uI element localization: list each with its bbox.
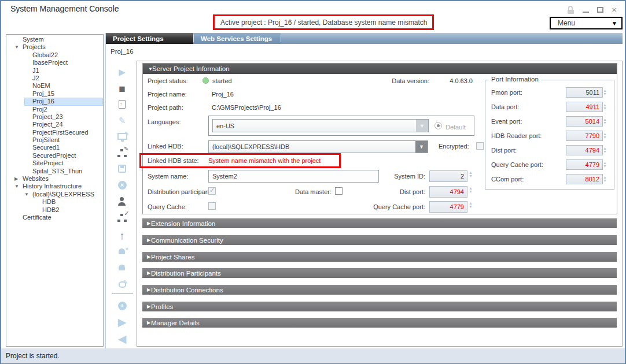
data-master-checkbox[interactable]	[335, 187, 343, 195]
hierarchy-check-icon[interactable]	[115, 210, 130, 224]
tree-expander-icon[interactable]	[24, 75, 32, 82]
tree-expander-icon[interactable]: ▼	[14, 43, 23, 51]
tree-expander-icon[interactable]	[24, 59, 32, 66]
tree-item-ibaseproject[interactable]: IbaseProject	[6, 59, 103, 66]
user-credentials-icon[interactable]	[115, 194, 130, 208]
upgrade-project-icon[interactable]: ↑	[115, 229, 130, 243]
tree-item-projects[interactable]: ▼ Projects	[6, 43, 103, 51]
section-header-distribution-participants[interactable]: ▶ Distribution Participants	[142, 268, 617, 278]
section-header-distribution-connections[interactable]: ▶ Distribution Connections	[142, 285, 617, 295]
tree-expander-icon[interactable]	[24, 90, 32, 98]
tree-expander-icon[interactable]: ▼	[14, 183, 23, 190]
dropdown-arrow-icon[interactable]: ▼	[416, 120, 428, 132]
system-name-input[interactable]: System2	[208, 170, 379, 183]
query-cache-port-input[interactable]: 4779	[429, 201, 467, 213]
delete-project-icon[interactable]: ×	[115, 178, 130, 192]
section-header-profiles[interactable]: ▶ Profiles	[142, 302, 617, 311]
activate-project-icon[interactable]: ▶	[115, 315, 130, 329]
add-project-icon[interactable]: +	[115, 299, 130, 313]
deactivate-project-icon[interactable]: ◀	[115, 332, 130, 346]
port-input-dist-port-[interactable]: 4794	[566, 145, 603, 155]
tree-expander-icon[interactable]	[24, 136, 32, 144]
query-cache-checkbox[interactable]	[208, 202, 216, 210]
tree-item-proj-15[interactable]: Proj_15	[6, 90, 103, 98]
spinner-arrows-icon[interactable]: ▲▼	[603, 118, 607, 125]
encrypted-checkbox[interactable]	[476, 142, 484, 150]
spinner-arrows-icon[interactable]: ▲▼	[469, 187, 473, 194]
edit-system-hierarchy-icon[interactable]	[115, 146, 130, 159]
tree-item-j1[interactable]: J1	[6, 67, 103, 75]
tree-expander-icon[interactable]	[24, 98, 32, 105]
language-dropdown[interactable]: en-US ▼	[212, 119, 429, 132]
maximize-icon[interactable]	[597, 7, 603, 13]
tree-item-spital-sts-thun[interactable]: Spital_STS_Thun	[6, 168, 103, 175]
tree-expander-icon[interactable]	[24, 159, 32, 167]
tree-item-hdb2[interactable]: HDB2	[6, 206, 103, 214]
stop-project-icon[interactable]: ■	[115, 81, 130, 95]
system-id-input[interactable]: 2	[429, 170, 467, 182]
restore-project-icon[interactable]	[115, 97, 130, 111]
port-input-event-port-[interactable]: 5014	[566, 116, 603, 127]
spinner-arrows-icon[interactable]: ▲▼	[469, 171, 473, 178]
spinner-arrows-icon[interactable]: ▲▼	[603, 147, 607, 154]
tree-expander-icon[interactable]	[24, 121, 32, 128]
tree-expander-icon[interactable]	[24, 168, 32, 175]
tree-expander-icon[interactable]	[24, 82, 32, 90]
tree-item-secured1[interactable]: Secured1	[6, 144, 103, 151]
tree-expander-icon[interactable]	[34, 206, 42, 214]
edit-project-display-icon[interactable]	[115, 129, 130, 143]
port-input-ccom-port-[interactable]: 8012	[566, 174, 603, 184]
tree-item-noem[interactable]: NoEM	[6, 82, 103, 90]
tree-expander-icon[interactable]: ▼	[24, 191, 32, 198]
start-project-icon[interactable]: ▶	[115, 65, 130, 79]
close-icon[interactable]: ×	[612, 7, 617, 13]
section-header-communication-security[interactable]: ▶ Communication Security	[142, 235, 617, 245]
tree-item-proj-16[interactable]: Proj_16	[6, 98, 103, 105]
tree-expander-icon[interactable]	[24, 106, 32, 113]
tree-expander-icon[interactable]	[24, 152, 32, 159]
dropdown-arrow-icon[interactable]: ▼	[415, 141, 428, 153]
silence-notifications-icon[interactable]	[115, 261, 130, 275]
distribution-participant-checkbox[interactable]	[208, 187, 216, 195]
port-input-hdb-reader-port-[interactable]: 7790	[566, 131, 603, 141]
section-header-server-project-information[interactable]: ▼ Server Project Information	[143, 64, 617, 74]
tree-expander-icon[interactable]	[14, 36, 23, 43]
port-input-data-port-[interactable]: 4911	[566, 102, 603, 112]
tree-expander-icon[interactable]	[24, 67, 32, 75]
tree-item-websites[interactable]: ▶ Websites	[6, 175, 103, 183]
tree-item-proj2[interactable]: Proj2	[6, 106, 103, 113]
spinner-arrows-icon[interactable]: ▲▼	[469, 202, 473, 209]
tree-item-securedproject[interactable]: SecuredProject	[6, 152, 103, 159]
tree-item-global22[interactable]: Global22	[6, 51, 103, 59]
port-input-pmon-port-[interactable]: 5011	[566, 87, 603, 98]
tree-item-system[interactable]: System	[6, 36, 103, 43]
tree-item-projsilent[interactable]: ProjSilent	[6, 136, 103, 144]
clear-history-db-icon[interactable]	[115, 277, 130, 291]
tree-item-project-24[interactable]: Project_24	[6, 121, 103, 128]
save-icon[interactable]	[115, 162, 130, 176]
section-header-project-shares[interactable]: ▶ Project Shares	[142, 252, 617, 262]
tree-item-hdb[interactable]: HDB	[6, 198, 103, 206]
tree-expander-icon[interactable]	[34, 198, 42, 206]
tab-web-services-settings[interactable]: Web Services Settings	[194, 33, 281, 44]
tree-expander-icon[interactable]	[24, 129, 32, 136]
section-header-extension-information[interactable]: ▶ Extension Information	[142, 218, 617, 228]
port-input-query-cache-port-[interactable]: 4779	[566, 159, 603, 170]
spinner-arrows-icon[interactable]: ▲▼	[603, 176, 607, 183]
spinner-arrows-icon[interactable]: ▲▼	[603, 103, 607, 110]
tree-expander-icon[interactable]	[14, 214, 23, 221]
spinner-arrows-icon[interactable]: ▲▼	[603, 132, 607, 139]
tree-expander-icon[interactable]	[24, 144, 32, 151]
disable-notifications-icon[interactable]	[115, 245, 130, 259]
default-language-radio[interactable]	[434, 122, 442, 129]
rename-project-icon[interactable]: ✎	[115, 113, 130, 127]
spinner-arrows-icon[interactable]: ▲▼	[603, 89, 607, 96]
tree-item-siteproject[interactable]: SiteProject	[6, 159, 103, 167]
section-header-manager-details[interactable]: ▶ Manager Details	[142, 318, 617, 328]
tree-item-certificate[interactable]: Certificate	[6, 214, 103, 221]
tree-expander-icon[interactable]	[24, 51, 32, 59]
tree-item-j2[interactable]: J2	[6, 75, 103, 82]
tree-item-project-23[interactable]: Project_23	[6, 113, 103, 121]
menu-button[interactable]: Menu ▼	[550, 17, 623, 29]
tree-item--local-sqlexpress[interactable]: ▼ (local)\SQLEXPRESS	[6, 191, 103, 198]
